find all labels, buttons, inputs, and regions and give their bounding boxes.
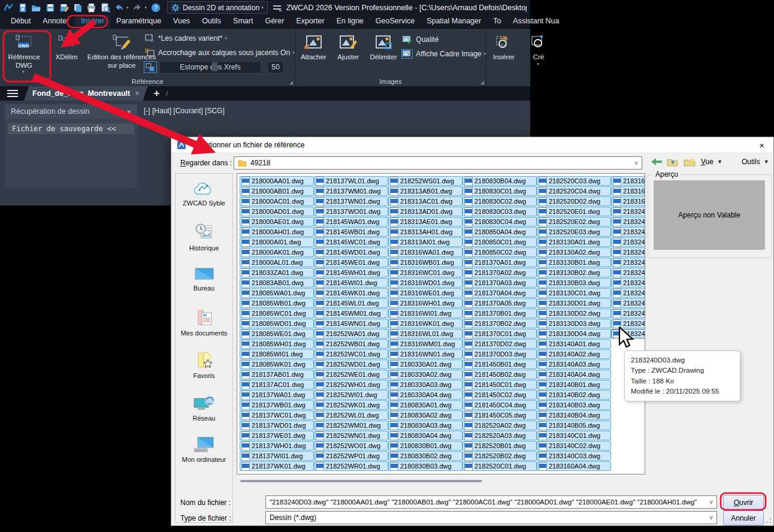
frames-variant-dropdown[interactable]: (x) *Les cadres varient*▾ bbox=[145, 31, 295, 46]
file-item[interactable]: 218145WN01.dwg bbox=[314, 319, 388, 328]
ribbon-tab[interactable]: Insérer bbox=[75, 15, 110, 28]
file-item[interactable]: 2180830C01.dwg bbox=[462, 186, 537, 196]
place-zwcad-syble[interactable]: ZWCAD Syble bbox=[176, 181, 232, 223]
file-item[interactable]: 218316WB01.dwg bbox=[388, 258, 462, 267]
file-item[interactable]: 2183160D bbox=[611, 197, 645, 206]
place-my-documents[interactable]: Mes documents bbox=[176, 309, 232, 351]
file-item[interactable]: 2183240B bbox=[611, 247, 645, 257]
file-item[interactable]: 218137AC01.dwg bbox=[240, 380, 314, 389]
cancel-button[interactable]: Annuler bbox=[723, 510, 764, 525]
file-item[interactable]: 2182520A02.dwg bbox=[462, 421, 537, 430]
file-item[interactable]: 218316WI01.dwg bbox=[388, 309, 462, 318]
file-item[interactable]: 218252WM01.dwg bbox=[314, 421, 388, 430]
file-item[interactable]: 218252WC01.dwg bbox=[314, 349, 388, 359]
ribbon-tab[interactable]: En ligne bbox=[331, 15, 370, 28]
file-item[interactable]: 2183130D03.dwg bbox=[537, 319, 611, 328]
ribbon-tab[interactable]: GeoService bbox=[370, 15, 421, 28]
file-item[interactable]: 218313AI01.dwg bbox=[388, 237, 462, 247]
file-item[interactable]: 2181450C01.dwg bbox=[462, 380, 537, 389]
file-item[interactable]: 218316WL01.dwg bbox=[388, 329, 462, 338]
file-item[interactable]: 2183160C bbox=[611, 186, 645, 196]
place-my-computer[interactable]: Mon ordinateur bbox=[176, 436, 232, 479]
ribbon-tab[interactable]: Spatial Manager bbox=[421, 15, 487, 28]
file-item[interactable]: 2183130A02.dwg bbox=[537, 247, 611, 257]
save-as-icon[interactable] bbox=[59, 2, 69, 13]
file-item[interactable]: 218316WE01.dwg bbox=[388, 288, 462, 298]
viewport-controls[interactable]: [-] [Haut] [Courant] [SCG] bbox=[144, 107, 225, 115]
file-item[interactable]: 2180330A02.dwg bbox=[388, 370, 462, 379]
insert-block-button[interactable]: Insérer bbox=[486, 29, 521, 62]
file-item[interactable]: 2180850C01.dwg bbox=[462, 237, 537, 247]
file-item[interactable]: 2183130C01.dwg bbox=[537, 288, 611, 298]
file-item[interactable]: 218145WE01.dwg bbox=[314, 258, 388, 267]
file-item[interactable]: 2183240A bbox=[611, 217, 645, 226]
file-item[interactable]: 218145WK01.dwg bbox=[314, 288, 388, 298]
file-item[interactable]: 218137WB01.dwg bbox=[240, 400, 314, 410]
file-item[interactable]: 2183240D bbox=[611, 329, 645, 338]
adjust-image-button[interactable]: Ajuster bbox=[332, 29, 365, 62]
file-list[interactable]: 218000AA01.dwg218000AB01.dwg218000AC01.d… bbox=[237, 173, 645, 474]
file-item[interactable]: 218252WN01.dwg bbox=[314, 431, 388, 440]
file-item[interactable]: 218137WL01.dwg bbox=[314, 176, 388, 186]
file-item[interactable]: 2180830B04.dwg bbox=[462, 176, 537, 186]
file-item[interactable]: 2182520A03.dwg bbox=[462, 431, 537, 440]
file-item[interactable]: 218000AD01.dwg bbox=[240, 207, 314, 216]
file-item[interactable]: 218085WB01.dwg bbox=[240, 298, 314, 308]
file-item[interactable]: 218085WD01.dwg bbox=[240, 319, 314, 328]
file-item[interactable]: 218145WD01.dwg bbox=[314, 247, 388, 257]
file-item[interactable]: 2183140B02.dwg bbox=[537, 390, 611, 400]
ribbon-tab[interactable]: Début bbox=[5, 15, 37, 28]
tools-menu-button[interactable]: Outils▼ bbox=[742, 158, 769, 166]
file-item[interactable]: 218252WO01.dwg bbox=[314, 441, 388, 451]
file-item[interactable]: 218313AE01.dwg bbox=[388, 217, 462, 226]
resize-grip[interactable] bbox=[766, 518, 772, 524]
file-item[interactable]: 2183140B01.dwg bbox=[537, 380, 611, 389]
file-item[interactable]: 2180830A04.dwg bbox=[388, 431, 462, 440]
file-item[interactable]: 2181370D03.dwg bbox=[462, 349, 537, 359]
file-item[interactable]: 2182520B02.dwg bbox=[462, 451, 537, 461]
image-quality-button[interactable]: Qualité bbox=[402, 32, 486, 47]
file-item[interactable]: 218316WM01.dwg bbox=[388, 339, 462, 349]
file-item[interactable]: 2182520C03.dwg bbox=[537, 176, 611, 186]
attach-image-button[interactable]: Attacher bbox=[295, 29, 332, 62]
file-item[interactable]: 2183240D bbox=[611, 309, 645, 318]
file-item[interactable]: 2180830A03.dwg bbox=[388, 421, 462, 430]
file-item[interactable]: 218000AK01.dwg bbox=[240, 247, 314, 257]
file-item[interactable]: 2183140C03.dwg bbox=[537, 451, 611, 461]
close-tab-icon[interactable]: × bbox=[135, 89, 139, 98]
ribbon-tab[interactable]: Paramétrique bbox=[110, 15, 167, 28]
file-item[interactable]: 218000AH01.dwg bbox=[240, 227, 314, 237]
file-item[interactable]: 218316WN01.dwg bbox=[388, 349, 462, 359]
file-item[interactable]: 2180850C02.dwg bbox=[462, 247, 537, 257]
copy-icon[interactable] bbox=[72, 2, 83, 13]
file-item[interactable]: 218252WP01.dwg bbox=[314, 451, 388, 461]
file-item[interactable]: 2183130B01.dwg bbox=[537, 258, 611, 267]
file-item[interactable]: 218252WL01.dwg bbox=[314, 410, 388, 420]
file-item[interactable]: 218085WI01.dwg bbox=[240, 349, 314, 359]
panel-expand-icon[interactable] bbox=[289, 81, 293, 84]
undo-icon[interactable] bbox=[114, 2, 124, 13]
file-item[interactable]: 218252WS01.dwg bbox=[388, 176, 462, 186]
file-item[interactable]: 218000AC01.dwg bbox=[240, 197, 314, 206]
file-item[interactable]: 218145WA01.dwg bbox=[314, 217, 388, 226]
file-item[interactable]: 2183240C bbox=[611, 278, 645, 288]
file-item[interactable]: 218085WA01.dwg bbox=[240, 288, 314, 298]
file-item[interactable]: 2183140C01.dwg bbox=[537, 431, 611, 440]
place-network[interactable]: Réseau bbox=[176, 394, 232, 436]
file-item[interactable]: 2183130D02.dwg bbox=[537, 309, 611, 318]
save-icon[interactable] bbox=[45, 2, 55, 13]
file-item[interactable]: 218000AL01.dwg bbox=[240, 258, 314, 267]
ribbon-tab[interactable]: Smart bbox=[227, 15, 259, 28]
backup-file-item[interactable]: Fichier de sauvegarde << bbox=[8, 123, 134, 134]
reference-dwg-button[interactable]: DWG Référence DWG▾ bbox=[0, 29, 48, 74]
file-item[interactable]: 2181450B02.dwg bbox=[462, 370, 537, 379]
new-drawing-icon[interactable] bbox=[17, 2, 28, 13]
file-item[interactable]: 218000AA01.dwg bbox=[240, 176, 314, 186]
file-item[interactable]: 2180830C04.dwg bbox=[462, 217, 537, 226]
file-item[interactable]: 218313AD01.dwg bbox=[388, 207, 462, 216]
file-item[interactable]: 2183140A02.dwg bbox=[537, 349, 611, 359]
print-icon[interactable] bbox=[86, 2, 96, 13]
file-item[interactable]: 2183160A04.dwg bbox=[537, 461, 611, 471]
slider-thumb[interactable] bbox=[212, 62, 217, 71]
file-item[interactable]: 218083AB01.dwg bbox=[240, 278, 314, 288]
